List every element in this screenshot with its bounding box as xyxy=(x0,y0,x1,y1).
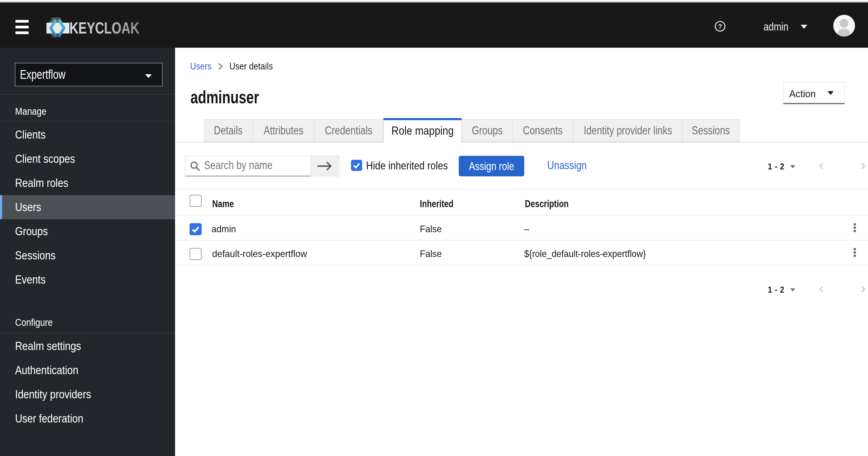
svg-text:KEYCLOAK: KEYCLOAK xyxy=(69,19,140,37)
svg-text:?: ? xyxy=(718,23,722,30)
